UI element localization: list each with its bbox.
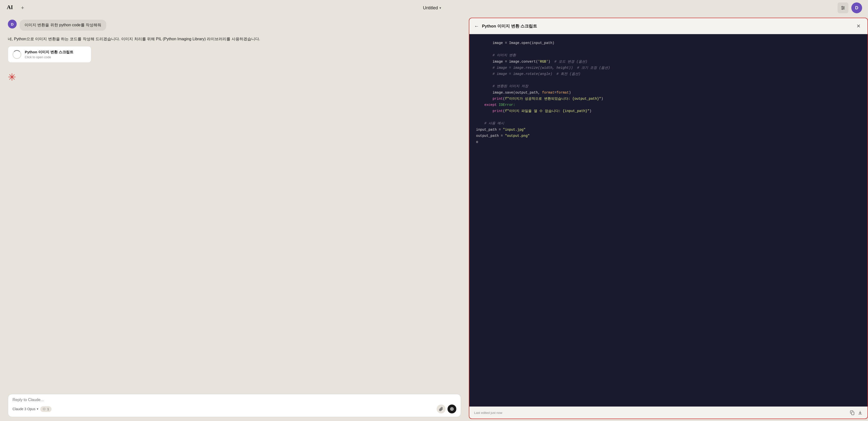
download-button[interactable] bbox=[858, 410, 863, 415]
title-chevron-icon: ▾ bbox=[439, 6, 441, 10]
code-card-info: Python 이미지 변환 스크립트 Click to open code bbox=[25, 50, 73, 59]
code-line: image = Image.open(input_path) bbox=[476, 40, 861, 46]
settings-button[interactable] bbox=[838, 2, 848, 13]
back-button[interactable]: ← bbox=[474, 23, 479, 29]
assistant-message: 네, Python으로 이미지 변환을 하는 코드를 작성해 드리겠습니다. 이… bbox=[8, 36, 461, 416]
code-line: output_path = "output.png" bbox=[476, 133, 861, 139]
user-message-bubble: 이미지 변환을 위한 python code를 작성해줘 bbox=[20, 20, 106, 31]
topbar-left: A I + bbox=[6, 3, 27, 13]
svg-rect-10 bbox=[851, 412, 854, 415]
send-button[interactable] bbox=[447, 404, 456, 413]
code-line bbox=[476, 114, 861, 120]
code-line: print(f"이미지 파일을 열 수 없습니다: {input_path}") bbox=[476, 108, 861, 114]
main-content: D 이미지 변환을 위한 python code를 작성해줘 네, Python… bbox=[0, 16, 868, 421]
conversation-title: Untitled bbox=[423, 5, 438, 10]
attach-button[interactable] bbox=[437, 404, 445, 413]
code-line: o bbox=[476, 139, 861, 145]
code-line: image = image.convert('RGB') # 모드 변경 (옵션… bbox=[476, 59, 861, 65]
input-box: Claude 3 Opus ▾ ⚇ 1 bbox=[8, 394, 461, 417]
code-line: # 변환된 이미지 저장 bbox=[476, 83, 861, 89]
copy-button[interactable] bbox=[850, 410, 855, 415]
asterisk-icon: ✳ bbox=[8, 72, 16, 83]
code-line bbox=[476, 46, 861, 52]
anthropic-logo[interactable]: A I bbox=[6, 3, 15, 13]
code-line: # image = image.resize((width, height)) … bbox=[476, 65, 861, 71]
svg-point-6 bbox=[843, 7, 844, 8]
topbar: A I + Untitled ▾ D bbox=[0, 0, 868, 16]
input-bottom-row: Claude 3 Opus ▾ ⚇ 1 bbox=[12, 404, 456, 413]
code-card-subtitle: Click to open code bbox=[25, 55, 73, 59]
svg-point-9 bbox=[451, 408, 453, 410]
chat-panel: D 이미지 변환을 위한 python code를 작성해줘 네, Python… bbox=[0, 16, 469, 421]
input-area: Claude 3 Opus ▾ ⚇ 1 bbox=[0, 391, 469, 421]
code-line: image.save(output_path, format=format) bbox=[476, 90, 861, 96]
code-panel-header: ← Python 이미지 변환 스크립트 ✕ bbox=[469, 18, 868, 34]
svg-text:I: I bbox=[11, 4, 13, 10]
assistant-text: 네, Python으로 이미지 변환을 하는 코드를 작성해 드리겠습니다. 이… bbox=[8, 36, 461, 42]
svg-point-5 bbox=[842, 6, 843, 7]
code-panel-title: Python 이미지 변환 스크립트 bbox=[482, 23, 852, 29]
input-bottom-left: Claude 3 Opus ▾ ⚇ 1 bbox=[12, 406, 52, 412]
tools-badge[interactable]: ⚇ 1 bbox=[40, 406, 51, 412]
code-line: except IOError: bbox=[476, 102, 861, 108]
user-message-avatar: D bbox=[8, 20, 17, 28]
footer-actions bbox=[850, 410, 863, 415]
code-card[interactable]: Python 이미지 변환 스크립트 Click to open code bbox=[8, 46, 91, 63]
model-chevron-icon: ▾ bbox=[37, 407, 38, 411]
model-name: Claude 3 Opus bbox=[12, 407, 35, 411]
code-content[interactable]: image = Image.open(input_path) # 이미지 변환 … bbox=[469, 34, 868, 406]
code-line: # 이미지 변환 bbox=[476, 52, 861, 58]
code-line: # 사용 예시 bbox=[476, 120, 861, 127]
new-chat-button[interactable]: + bbox=[19, 4, 27, 12]
back-icon: ← bbox=[474, 23, 479, 29]
loading-spinner bbox=[12, 50, 21, 59]
code-panel: ← Python 이미지 변환 스크립트 ✕ image = Image.ope… bbox=[469, 18, 868, 419]
input-actions bbox=[437, 404, 456, 413]
thinking-indicator: ✳ bbox=[8, 67, 461, 83]
code-card-title: Python 이미지 변환 스크립트 bbox=[25, 50, 73, 55]
code-line: print(f"이미지가 성공적으로 변환되었습니다: {output_path… bbox=[476, 96, 861, 102]
code-line: # image = image.rotate(angle) # 회전 (옵션) bbox=[476, 71, 861, 77]
footer-status: Last edited just now bbox=[474, 411, 502, 415]
topbar-right: D bbox=[838, 2, 862, 13]
code-line: input_path = "input.jpg" bbox=[476, 127, 861, 133]
close-button[interactable]: ✕ bbox=[855, 22, 863, 30]
code-panel-footer: Last edited just now bbox=[469, 406, 868, 419]
svg-point-7 bbox=[842, 8, 843, 9]
svg-text:A: A bbox=[7, 4, 11, 10]
tools-count: 1 bbox=[47, 407, 49, 411]
user-message-row: D 이미지 변환을 위한 python code를 작성해줘 bbox=[8, 20, 461, 31]
model-selector-button[interactable]: Claude 3 Opus ▾ bbox=[12, 407, 38, 411]
code-line bbox=[476, 77, 861, 83]
close-icon: ✕ bbox=[857, 23, 861, 29]
user-avatar[interactable]: D bbox=[851, 2, 862, 13]
message-input[interactable] bbox=[12, 398, 456, 402]
conversation-title-button[interactable]: Untitled ▾ bbox=[423, 5, 441, 10]
tools-person-icon: ⚇ bbox=[43, 407, 45, 411]
